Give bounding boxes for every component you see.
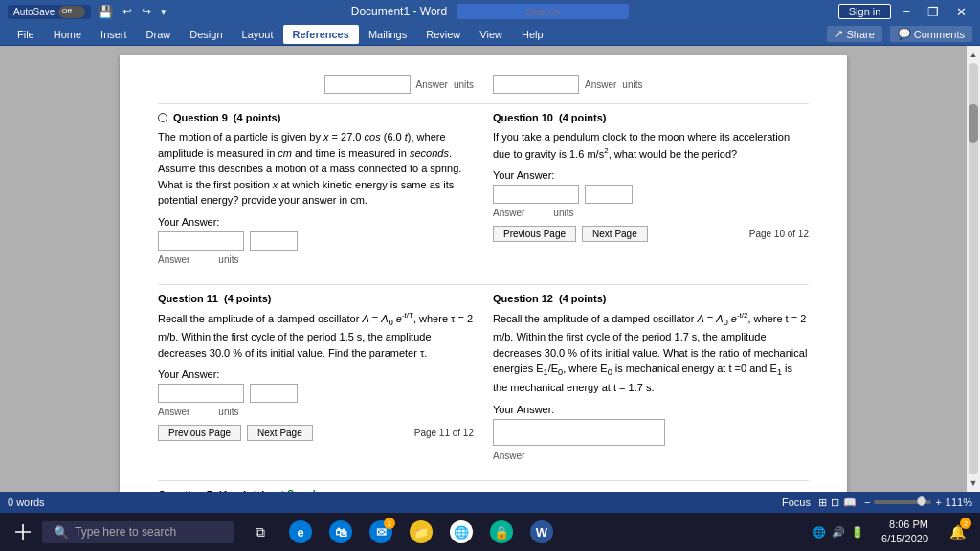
scroll-track[interactable] bbox=[969, 63, 978, 474]
undo-icon[interactable]: ↩ bbox=[120, 5, 135, 18]
system-icons: 🌐 🔊 🔋 bbox=[805, 526, 872, 539]
question-9-answer-input[interactable] bbox=[158, 231, 244, 251]
top-left-answer-input[interactable] bbox=[324, 75, 411, 94]
mail-badge: 2 bbox=[384, 518, 395, 529]
web-layout-icon[interactable]: ⊡ bbox=[831, 496, 839, 509]
scrollbar[interactable]: ▲ ▼ bbox=[967, 46, 980, 492]
word-taskbar-icon[interactable]: W bbox=[523, 513, 561, 551]
scroll-up[interactable]: ▲ bbox=[967, 48, 980, 61]
autosave-badge: AutoSave bbox=[8, 5, 91, 19]
next-page-btn-11[interactable]: Next Page bbox=[247, 425, 313, 441]
ribbon-tab-layout[interactable]: Layout bbox=[233, 25, 283, 44]
page-indicator-11: Page 11 of 12 bbox=[414, 428, 474, 438]
mail-icon[interactable]: ✉ 2 bbox=[362, 513, 400, 551]
question-12-answer-row bbox=[493, 419, 809, 446]
question-11-title: Question 11 (4 points) bbox=[158, 293, 474, 304]
zoom-slider[interactable] bbox=[874, 500, 931, 504]
question-10-units-input[interactable] bbox=[585, 185, 633, 204]
ribbon-tab-help[interactable]: Help bbox=[512, 25, 553, 44]
comments-icon: 💬 bbox=[898, 28, 911, 40]
vpn-icon-circle: 🔒 bbox=[490, 520, 513, 543]
ribbon-tab-home[interactable]: Home bbox=[44, 25, 91, 44]
taskbar-right: 🌐 🔊 🔋 8:06 PM 6/15/2020 🔔 2 bbox=[805, 513, 976, 551]
question-11-your-answer: Your Answer: bbox=[158, 368, 474, 380]
prev-page-btn-11[interactable]: Previous Page bbox=[158, 425, 241, 441]
question-12-answer-input[interactable] bbox=[493, 419, 665, 446]
scroll-down[interactable]: ▼ bbox=[967, 476, 980, 490]
taskbar-search-label: Type here to search bbox=[75, 525, 176, 539]
ribbon-tab-draw[interactable]: Draw bbox=[137, 25, 181, 44]
question-11-text: Recall the amplitude of a damped oscilla… bbox=[158, 310, 474, 362]
title-bar-left: AutoSave 💾 ↩ ↪ ▾ bbox=[8, 5, 329, 19]
customize-icon[interactable]: ▾ bbox=[158, 6, 169, 18]
question-11-units-label: units bbox=[218, 407, 238, 417]
question-10-labels: Answer units bbox=[493, 208, 809, 218]
vpn-icon[interactable]: 🔒 bbox=[482, 513, 521, 551]
document-scroll[interactable]: Answer units Answer units Question 9 bbox=[0, 46, 967, 492]
divider-1 bbox=[158, 103, 809, 104]
search-icon: 🔍 bbox=[54, 525, 69, 540]
taskbar-app-icons: ⧉ e 🛍 ✉ 2 📁 🌐 🔒 W bbox=[241, 513, 561, 551]
ribbon-tab-design[interactable]: Design bbox=[180, 25, 232, 44]
question-12-title: Question 12 (4 points) bbox=[493, 293, 809, 304]
question-9-block: Question 9 (4 points) The motion of a pa… bbox=[158, 112, 474, 265]
top-left-units-label: units bbox=[454, 79, 474, 90]
focus-label[interactable]: Focus bbox=[782, 496, 811, 508]
taskview-icon: ⧉ bbox=[256, 524, 265, 540]
question-12-text: Recall the amplitude of a damped oscilla… bbox=[493, 310, 809, 396]
question-11-answer-row bbox=[158, 384, 474, 403]
sign-in-button[interactable]: Sign in bbox=[838, 4, 892, 19]
question-10-answer-input[interactable] bbox=[493, 185, 579, 204]
ribbon-tab-mailings[interactable]: Mailings bbox=[359, 25, 416, 44]
volume-icon[interactable]: 🔊 bbox=[832, 526, 845, 539]
edge-icon[interactable]: e bbox=[281, 513, 320, 551]
start-button[interactable] bbox=[4, 513, 42, 551]
battery-icon[interactable]: 🔋 bbox=[851, 526, 864, 539]
restore-button[interactable]: ❐ bbox=[922, 5, 945, 19]
network-icon[interactable]: 🌐 bbox=[813, 526, 826, 539]
explorer-icon-circle: 📁 bbox=[410, 520, 433, 543]
taskbar-search[interactable]: 🔍 Type here to search bbox=[42, 521, 234, 543]
question-11-units-input[interactable] bbox=[250, 384, 298, 403]
search-input[interactable] bbox=[457, 4, 629, 19]
question-11-answer-label: Answer bbox=[158, 407, 189, 417]
close-button[interactable]: ✕ bbox=[950, 5, 972, 19]
ribbon-tab-references[interactable]: References bbox=[283, 25, 359, 44]
ribbon-tab-insert[interactable]: Insert bbox=[91, 25, 137, 44]
save-icon[interactable]: 💾 bbox=[95, 5, 116, 19]
title-bar: AutoSave 💾 ↩ ↪ ▾ Document1 - Word Sign i… bbox=[0, 0, 980, 23]
top-left-answers: Answer units bbox=[158, 75, 474, 94]
clock[interactable]: 8:06 PM 6/15/2020 bbox=[876, 518, 934, 547]
print-layout-icon[interactable]: ⊞ bbox=[818, 496, 827, 509]
zoom-out-icon[interactable]: − bbox=[864, 496, 870, 508]
zoom-control[interactable]: − + 111% bbox=[864, 496, 972, 508]
chrome-icon[interactable]: 🌐 bbox=[442, 513, 480, 551]
question-10-points: (4 points) bbox=[559, 112, 607, 123]
divider-2 bbox=[158, 284, 809, 285]
store-icon[interactable]: 🛍 bbox=[322, 513, 360, 551]
question-10-block: Question 10 (4 points) If you take a pen… bbox=[493, 112, 809, 265]
question-9-answer-label: Answer bbox=[158, 254, 189, 265]
question-12-block: Question 12 (4 points) Recall the amplit… bbox=[493, 293, 809, 461]
redo-icon[interactable]: ↪ bbox=[139, 5, 154, 18]
taskview-button[interactable]: ⧉ bbox=[241, 513, 279, 551]
question-9-units-input[interactable] bbox=[250, 231, 298, 251]
comments-button[interactable]: 💬 Comments bbox=[890, 26, 972, 42]
read-mode-icon[interactable]: 📖 bbox=[843, 496, 857, 509]
title-bar-right: Sign in − ❐ ✕ bbox=[651, 4, 972, 19]
autosave-toggle[interactable] bbox=[58, 6, 85, 18]
top-right-answer-input[interactable] bbox=[493, 75, 579, 94]
divider-3 bbox=[158, 480, 809, 481]
ribbon-tab-view[interactable]: View bbox=[470, 25, 512, 44]
scroll-thumb[interactable] bbox=[969, 104, 978, 143]
share-button[interactable]: ↗ Share bbox=[827, 26, 881, 42]
prev-page-btn-10[interactable]: Previous Page bbox=[493, 226, 576, 242]
question-11-answer-input[interactable] bbox=[158, 384, 244, 403]
zoom-in-icon[interactable]: + bbox=[935, 496, 941, 508]
next-page-btn-10[interactable]: Next Page bbox=[582, 226, 648, 242]
explorer-icon[interactable]: 📁 bbox=[402, 513, 440, 551]
notification-icon[interactable]: 🔔 2 bbox=[938, 513, 976, 551]
ribbon-tab-file[interactable]: File bbox=[8, 25, 44, 44]
ribbon-tab-review[interactable]: Review bbox=[416, 25, 470, 44]
minimize-button[interactable]: − bbox=[897, 5, 916, 19]
